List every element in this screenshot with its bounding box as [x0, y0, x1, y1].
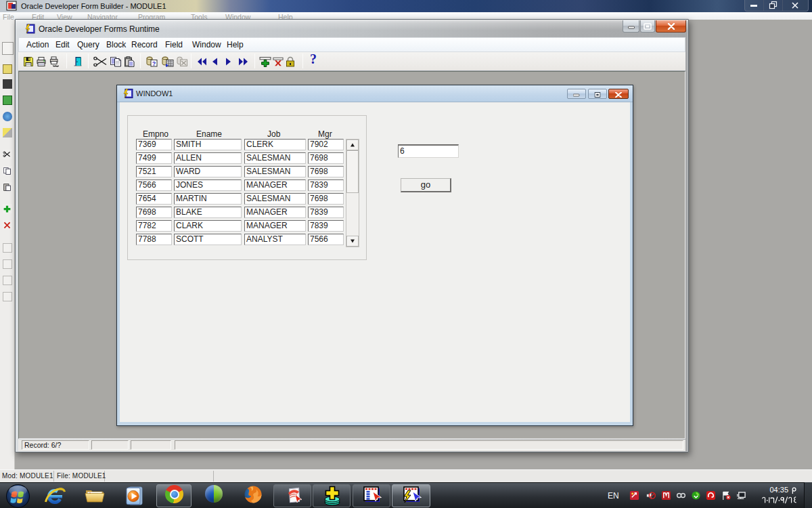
svg-text:?: ? [152, 60, 156, 67]
